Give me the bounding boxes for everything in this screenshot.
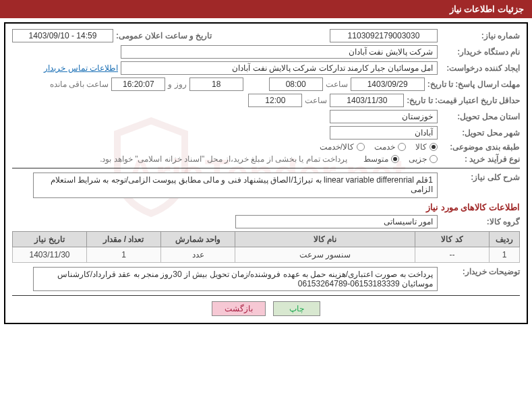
- label-category: طبقه بندی موضوعی:: [440, 142, 520, 152]
- field-countdown: 16:20:07: [111, 78, 165, 91]
- label-time2: ساعت: [305, 96, 327, 105]
- field-requester: امل موسائیان جیار کارمند تدارکات شرکت پا…: [121, 61, 438, 75]
- field-buyer-org: شرکت پالایش نفت آبادان: [121, 45, 438, 59]
- print-button[interactable]: چاپ: [273, 301, 320, 316]
- field-days-remaining: 18: [189, 78, 243, 91]
- th-idx: ردیف: [490, 232, 520, 247]
- label-requester: ایجاد کننده درخواست:: [440, 63, 520, 73]
- cell-unit: عدد: [161, 247, 235, 263]
- label-deadline: مهلت ارسال پاسخ: تا تاریخ:: [427, 80, 520, 89]
- cell-code: --: [415, 247, 490, 263]
- field-validity-date: 1403/11/30: [330, 94, 404, 107]
- cell-qty: 1: [87, 247, 161, 263]
- divider: [12, 168, 520, 168]
- field-deadline-time: 08:00: [269, 78, 323, 91]
- field-validity-time: 12:00: [248, 94, 302, 107]
- cell-idx: 1: [490, 247, 520, 263]
- label-validity: حداقل تاریخ اعتبار قیمت: تا تاریخ:: [407, 96, 520, 105]
- label-province: استان محل تحویل:: [440, 112, 520, 121]
- purchase-note: پرداخت تمام یا بخشی از مبلغ خرید،از محل …: [100, 154, 347, 164]
- label-city: شهر محل تحویل:: [440, 128, 520, 137]
- cell-name: سنسور سرعت: [235, 247, 415, 263]
- field-need-no: 1103092179003030: [330, 29, 438, 42]
- table-row: 1 -- سنسور سرعت عدد 1 1403/11/30: [13, 247, 520, 263]
- th-name: نام کالا: [235, 232, 415, 247]
- radio-dot-icon: [430, 155, 438, 163]
- label-buyer-notes: توضیحات خریدار:: [440, 267, 520, 276]
- th-code: کد کالا: [415, 232, 490, 247]
- label-buyer-org: نام دستگاه خریدار:: [440, 47, 520, 57]
- radio-dot-icon: [391, 155, 399, 163]
- label-need-no: شماره نیاز:: [440, 31, 520, 40]
- button-row: چاپ بازگشت: [12, 295, 520, 320]
- radio-pt-medium[interactable]: متوسط: [363, 154, 399, 164]
- main-frame: AriaTender.net شماره نیاز: 1103092179003…: [4, 22, 528, 324]
- table-header-row: ردیف کد کالا نام کالا واحد شمارش تعداد /…: [13, 232, 520, 247]
- radio-cat-khedmat[interactable]: خدمت: [374, 142, 406, 152]
- items-table: ردیف کد کالا نام کالا واحد شمارش تعداد /…: [12, 231, 520, 263]
- field-deadline-date: 1403/09/29: [351, 78, 425, 91]
- field-summary: [33, 173, 438, 198]
- purchase-type-radio-group: جزیی متوسط: [363, 154, 438, 164]
- radio-dot-icon: [398, 143, 406, 151]
- label-summary: شرح کلی نیاز:: [440, 173, 520, 182]
- th-qty: تعداد / مقدار: [87, 232, 161, 247]
- th-unit: واحد شمارش: [161, 232, 235, 247]
- radio-cat-kala[interactable]: کالا: [415, 142, 438, 152]
- cell-date: 1403/11/30: [13, 247, 87, 263]
- category-radio-group: کالا خدمت کالا/خدمت: [320, 142, 438, 152]
- field-province: خوزستان: [330, 110, 438, 123]
- link-buyer-contact[interactable]: اطلاعات تماس خریدار: [44, 63, 118, 73]
- page-title-bar: جزئیات اطلاعات نیاز: [0, 0, 532, 18]
- radio-cat-both[interactable]: کالا/خدمت: [320, 142, 365, 152]
- section-items-title: اطلاعات کالاهای مورد نیاز: [12, 202, 520, 212]
- radio-dot-icon: [357, 143, 365, 151]
- field-city: آبادان: [330, 126, 438, 140]
- back-button[interactable]: بازگشت: [212, 301, 266, 316]
- label-days-word: روز و: [168, 80, 186, 89]
- field-group: امور تاسیساتی: [235, 215, 438, 228]
- label-time1: ساعت: [326, 80, 348, 89]
- radio-dot-icon: [430, 143, 438, 151]
- label-remaining: ساعت باقی مانده: [50, 80, 109, 89]
- radio-pt-minor[interactable]: جزیی: [409, 154, 438, 164]
- field-announce: 1403/09/10 - 14:59: [12, 29, 113, 42]
- label-group: گروه کالا:: [440, 217, 520, 226]
- field-buyer-notes: [33, 267, 438, 291]
- th-date: تاریخ نیاز: [13, 232, 87, 247]
- page-title: جزئیات اطلاعات نیاز: [450, 4, 524, 14]
- label-purchase-type: نوع فرآیند خرید :: [440, 154, 520, 164]
- label-announce: تاریخ و ساعت اعلان عمومی:: [116, 31, 212, 40]
